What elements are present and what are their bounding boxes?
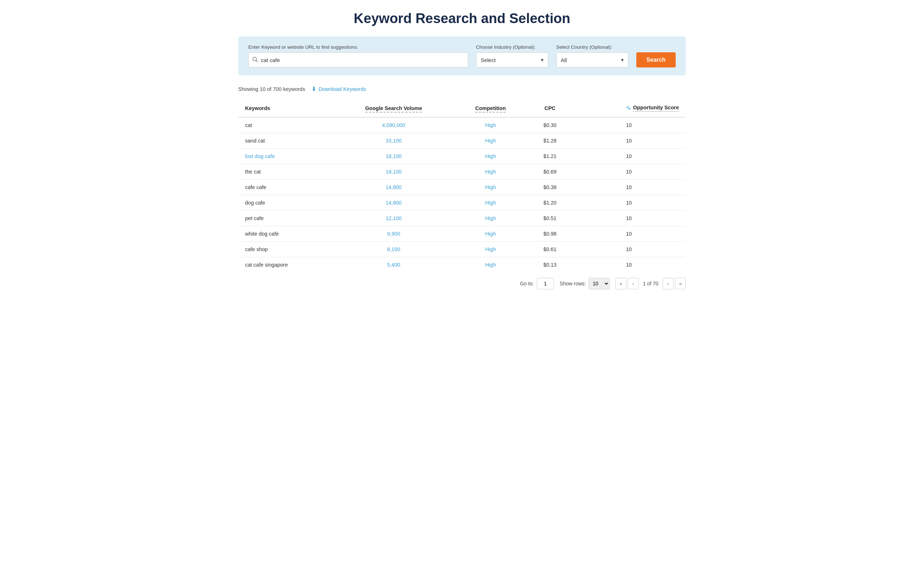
keyword-cell: white dog cafe [239, 226, 334, 242]
volume-cell: 5,400 [334, 257, 453, 273]
cpc-cell: $0.13 [528, 257, 572, 273]
competition-cell: High [453, 117, 528, 133]
table-row: cafe cafe14,800High$0.3810 [239, 180, 686, 195]
cpc-cell: $0.61 [528, 242, 572, 257]
goto-label: Go to: [520, 281, 534, 287]
table-row: lost dog cafe18,100High$1.2110 [239, 149, 686, 164]
table-row: cat cafe singapore5,400High$0.1310 [239, 257, 686, 273]
keyword-group: Enter Keyword or website URL to find sug… [248, 44, 468, 68]
opportunity-cell: 10 [573, 195, 686, 211]
results-info: Showing 10 of 700 keywords ⬇ Download Ke… [238, 86, 686, 92]
keyword-cell: cafe cafe [239, 180, 334, 195]
page-info: 1 of 70 [640, 281, 661, 287]
cpc-cell: $1.20 [528, 195, 572, 211]
keyword-input-wrapper [248, 52, 468, 68]
volume-cell: 14,800 [334, 195, 453, 211]
competition-cell: High [453, 180, 528, 195]
cpc-cell: $1.28 [528, 133, 572, 149]
table-row: sand cat33,100High$1.2810 [239, 133, 686, 149]
goto-input[interactable] [537, 278, 554, 289]
table-row: dog cafe14,800High$1.2010 [239, 195, 686, 211]
keyword-cell: cafe shop [239, 242, 334, 257]
industry-label: Choose Industry (Optional): [476, 44, 548, 50]
table-row: white dog cafe9,900High$0.9810 [239, 226, 686, 242]
volume-cell: 18,100 [334, 149, 453, 164]
download-label: Download Keywords [318, 86, 366, 92]
competition-cell: High [453, 195, 528, 211]
competition-cell: High [453, 133, 528, 149]
table-row: the cat18,100High$0.6910 [239, 164, 686, 180]
country-label: Select Country (Optional): [556, 44, 629, 50]
table-row: cat4,090,000High$0.3010 [239, 117, 686, 133]
first-page-button[interactable]: « [615, 278, 626, 289]
competition-cell: High [453, 257, 528, 273]
opportunity-cell: 10 [573, 180, 686, 195]
keyword-cell: cat [239, 117, 334, 133]
goto-group: Go to: [520, 278, 554, 289]
search-button[interactable]: Search [636, 52, 676, 68]
keyword-input[interactable] [261, 57, 464, 63]
col-header-cpc: CPC [528, 99, 572, 118]
table-footer: Go to: Show rows: 10 25 50 100 « ‹ 1 of … [238, 273, 686, 291]
keyword-cell: lost dog cafe [239, 149, 334, 164]
opportunity-icon: ∿ [626, 104, 631, 112]
svg-line-1 [256, 60, 258, 62]
country-select[interactable]: All United States United Kingdom Canada … [556, 52, 629, 68]
table-row: cafe shop8,100High$0.6110 [239, 242, 686, 257]
cpc-cell: $0.69 [528, 164, 572, 180]
opportunity-cell: 10 [573, 164, 686, 180]
next-page-button[interactable]: › [663, 278, 673, 289]
cpc-cell: $0.98 [528, 226, 572, 242]
cpc-cell: $0.51 [528, 211, 572, 226]
competition-cell: High [453, 211, 528, 226]
col-header-volume: Google Search Volume [334, 99, 453, 118]
volume-cell: 9,900 [334, 226, 453, 242]
search-panel: Enter Keyword or website URL to find sug… [238, 36, 686, 76]
table-body: cat4,090,000High$0.3010sand cat33,100Hig… [239, 117, 686, 273]
prev-page-button[interactable]: ‹ [628, 278, 639, 289]
opportunity-cell: 10 [573, 117, 686, 133]
download-link[interactable]: ⬇ Download Keywords [312, 86, 366, 92]
industry-group: Choose Industry (Optional): Select Anima… [476, 44, 548, 68]
cpc-cell: $0.30 [528, 117, 572, 133]
col-header-opportunity: ∿ Opportunity Score [573, 99, 686, 118]
volume-cell: 4,090,000 [334, 117, 453, 133]
table-row: pet cafe12,100High$0.5110 [239, 211, 686, 226]
keyword-cell: pet cafe [239, 211, 334, 226]
competition-cell: High [453, 242, 528, 257]
col-header-competition: Competition [453, 99, 528, 118]
keyword-cell: cat cafe singapore [239, 257, 334, 273]
table-header-row: Keywords Google Search Volume Competitio… [239, 99, 686, 118]
opportunity-cell: 10 [573, 226, 686, 242]
volume-cell: 18,100 [334, 164, 453, 180]
country-select-wrapper: All United States United Kingdom Canada … [556, 52, 629, 68]
showrows-label: Show rows: [560, 281, 586, 287]
page-title: Keyword Research and Selection [238, 11, 686, 26]
last-page-button[interactable]: » [675, 278, 686, 289]
rows-select[interactable]: 10 25 50 100 [589, 278, 610, 289]
keyword-label: Enter Keyword or website URL to find sug… [248, 44, 468, 50]
opportunity-cell: 10 [573, 257, 686, 273]
industry-select-wrapper: Select Animals & Pets Food & Beverage Re… [476, 52, 548, 68]
keyword-cell: sand cat [239, 133, 334, 149]
download-icon: ⬇ [312, 86, 316, 92]
pagination-group: « ‹ 1 of 70 › » [615, 278, 686, 289]
search-icon [252, 57, 258, 64]
competition-cell: High [453, 164, 528, 180]
showing-text: Showing 10 of 700 keywords [238, 86, 305, 92]
keyword-link[interactable]: lost dog cafe [245, 153, 275, 159]
volume-cell: 8,100 [334, 242, 453, 257]
volume-cell: 33,100 [334, 133, 453, 149]
showrows-group: Show rows: 10 25 50 100 [560, 278, 610, 289]
volume-cell: 12,100 [334, 211, 453, 226]
volume-cell: 14,800 [334, 180, 453, 195]
col-header-keywords: Keywords [239, 99, 334, 118]
opportunity-cell: 10 [573, 149, 686, 164]
keyword-table: Keywords Google Search Volume Competitio… [238, 99, 686, 273]
cpc-cell: $1.21 [528, 149, 572, 164]
cpc-cell: $0.38 [528, 180, 572, 195]
industry-select[interactable]: Select Animals & Pets Food & Beverage Re… [476, 52, 548, 68]
country-group: Select Country (Optional): All United St… [556, 44, 629, 68]
keyword-cell: the cat [239, 164, 334, 180]
opportunity-cell: 10 [573, 133, 686, 149]
